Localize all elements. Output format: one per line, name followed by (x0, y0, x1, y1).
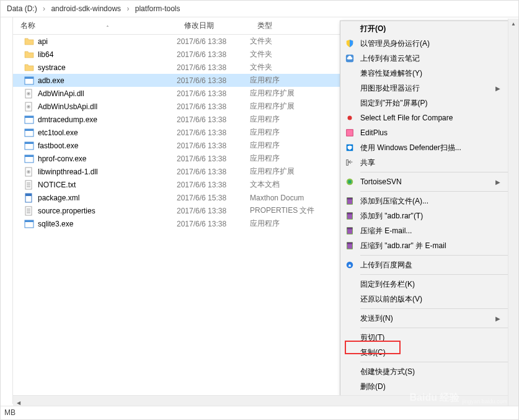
svg-rect-30 (25, 220, 33, 222)
menu-item-label: 上传到百度网盘 (357, 260, 500, 270)
file-date: 2017/6/6 13:38 (177, 128, 250, 137)
dll-icon (24, 89, 34, 99)
file-name: source.properties (38, 207, 177, 215)
menu-item[interactable]: TortoiseSVN▶ (340, 174, 515, 189)
scrollbar-vertical[interactable]: ▲ (508, 19, 518, 406)
file-name: lib64 (38, 50, 177, 59)
menu-item-label: 删除(D) (357, 382, 500, 392)
svg-point-7 (28, 106, 29, 107)
menu-item[interactable]: 压缩并 E-mail... (340, 223, 515, 238)
file-name: NOTICE.txt (38, 181, 177, 189)
file-type: 应用程序 (250, 153, 343, 164)
menu-item[interactable]: 添加到压缩文件(A)... (340, 194, 515, 208)
breadcrumb-part[interactable]: Data (D:) (7, 4, 37, 13)
exe-icon (24, 76, 34, 86)
menu-item[interactable]: 删除(D) (340, 379, 515, 394)
menu-item-label: 压缩到 "adb.rar" 并 E-mail (357, 241, 500, 251)
menu-item[interactable]: 创建快捷方式(S) (340, 364, 515, 379)
file-name: AdbWinUsbApi.dll (38, 102, 177, 111)
menu-separator (360, 328, 515, 328)
chevron-right-icon: › (43, 4, 45, 13)
file-date: 2017/6/6 13:38 (177, 141, 250, 150)
column-date[interactable]: 修改日期 (177, 20, 250, 31)
exe-icon (24, 219, 34, 229)
rar-icon (343, 197, 357, 205)
breadcrumb-part[interactable]: platform-tools (135, 4, 180, 13)
file-type: 应用程序扩展 (250, 166, 343, 177)
column-name[interactable]: ˆ 名称 (13, 20, 177, 31)
file-date: 2017/6/6 13:38 (177, 89, 250, 98)
menu-item[interactable]: 固定到任务栏(K) (340, 277, 515, 292)
defender-icon (343, 143, 357, 152)
folder-icon (24, 63, 34, 73)
menu-item[interactable]: 固定到"开始"屏幕(P) (340, 96, 515, 110)
file-date: 2017/6/6 13:38 (177, 181, 250, 189)
rar-icon (343, 212, 357, 220)
file-type: 应用程序 (250, 75, 343, 86)
file-date: 2017/6/6 13:38 (177, 37, 250, 46)
file-name: hprof-conv.exe (38, 154, 177, 163)
svg-rect-1 (25, 77, 33, 79)
svg-rect-11 (25, 129, 33, 131)
menu-item-label: 固定到"开始"屏幕(P) (357, 98, 500, 109)
menu-item-label: 压缩并 E-mail... (357, 226, 500, 236)
svg-point-32 (348, 116, 352, 120)
svg-rect-44 (347, 243, 353, 244)
menu-item[interactable]: 上传到百度网盘 (340, 257, 515, 272)
file-type: 文件夹 (250, 36, 343, 47)
menu-item[interactable]: 发送到(N)▶ (340, 311, 515, 326)
folder-icon (24, 50, 34, 60)
file-type: 应用程序扩展 (250, 88, 343, 99)
rar-icon (343, 226, 357, 235)
menu-item-label: 共享 (357, 158, 500, 168)
breadcrumb[interactable]: Data (D:) › android-sdk-windows › platfo… (1, 1, 518, 17)
menu-item[interactable]: 用图形处理器运行▶ (340, 81, 515, 96)
menu-item-label: 兼容性疑难解答(Y) (357, 68, 500, 79)
menu-item[interactable]: 以管理员身份运行(A) (340, 36, 515, 51)
annotation-highlight (13, 230, 68, 244)
menu-item[interactable]: 压缩到 "adb.rar" 并 E-mail (340, 238, 515, 253)
menu-separator (360, 191, 515, 192)
file-name: sqlite3.exe (38, 220, 177, 228)
context-menu[interactable]: 打开(O)以管理员身份运行(A)上传到有道云笔记兼容性疑难解答(Y)用图形处理器… (340, 20, 516, 420)
file-name: api (38, 37, 177, 46)
cloud-blue-icon (343, 54, 357, 63)
menu-item[interactable]: 使用 Windows Defender扫描... (340, 140, 515, 155)
menu-item[interactable]: 还原以前的版本(V) (340, 292, 515, 306)
menu-item[interactable]: 复制(C) (340, 345, 515, 360)
file-date: 2017/6/6 13:38 (177, 220, 250, 228)
scrollbar-horizontal[interactable]: ◀ (13, 395, 508, 406)
submenu-arrow-icon: ▶ (495, 315, 500, 322)
red-dot-icon (343, 114, 357, 122)
file-date: 2017/6/6 13:38 (177, 154, 250, 163)
svg-rect-9 (25, 116, 33, 118)
file-type: 文件夹 (250, 62, 343, 73)
menu-item[interactable]: Select Left File for Compare (340, 110, 515, 125)
menu-item[interactable]: 上传到有道云笔记 (340, 51, 515, 66)
menu-item-label: 以管理员身份运行(A) (357, 38, 500, 49)
baidu-icon (343, 261, 357, 269)
menu-separator (360, 172, 515, 172)
menu-item[interactable]: 剪切(T) (340, 330, 515, 345)
menu-item-label: 发送到(N) (357, 313, 495, 324)
scroll-up-icon[interactable]: ▲ (508, 19, 518, 29)
menu-item-label: Select Left File for Compare (357, 114, 500, 122)
txt-icon (24, 206, 34, 216)
exe-icon (24, 141, 34, 151)
breadcrumb-part[interactable]: android-sdk-windows (51, 4, 121, 13)
statusbar: MB (1, 406, 518, 419)
menu-item[interactable]: 兼容性疑难解答(Y) (340, 66, 515, 81)
menu-item[interactable]: 打开(O) (340, 21, 515, 36)
column-type[interactable]: 类型 (250, 20, 330, 31)
exe-icon (24, 128, 34, 138)
svg-rect-24 (25, 194, 32, 196)
menu-item[interactable]: 共享 (340, 155, 515, 170)
menu-item[interactable]: EditPlus (340, 125, 515, 140)
file-type: 应用程序 (250, 114, 343, 125)
folder-icon (24, 37, 34, 47)
svn-icon (343, 177, 357, 186)
menu-item[interactable]: 添加到 "adb.rar"(T) (340, 208, 515, 223)
tree-gutter (1, 17, 13, 404)
file-type: 应用程序扩展 (250, 101, 343, 112)
menu-separator (360, 274, 515, 275)
